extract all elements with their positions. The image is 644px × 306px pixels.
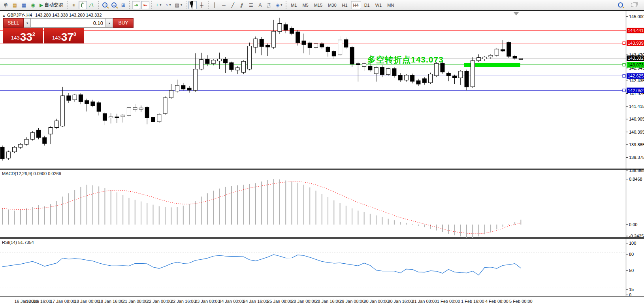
candle-body <box>211 60 215 64</box>
candle-body <box>85 100 89 104</box>
price-tick-label: 140.905 <box>629 117 644 121</box>
new-order-button[interactable]: ▤ <box>11 1 19 9</box>
auto-scroll-button[interactable]: ⇤ <box>141 1 149 9</box>
chevron-down-icon[interactable]: ▾ <box>181 3 182 7</box>
candle-body <box>477 58 481 61</box>
chevron-down-icon[interactable]: ▾ <box>281 3 282 7</box>
price-level-label-text: 143.939 <box>628 41 644 45</box>
text-button[interactable]: A <box>256 1 264 9</box>
period-button[interactable]: ◔▾ <box>164 1 172 9</box>
menu-order-text[interactable]: 单 <box>2 1 10 9</box>
candle-body <box>217 59 221 61</box>
candle-body <box>507 43 511 57</box>
date-axis-label: 28 Jan 00:00 <box>291 299 316 304</box>
candle-body <box>61 96 65 126</box>
chevron-down-icon[interactable]: ▾ <box>169 3 171 7</box>
candle-body <box>380 67 384 74</box>
toolbar-separator <box>286 1 286 9</box>
date-axis-label: 4 Feb 08:00 <box>485 299 508 304</box>
candle-body <box>181 85 185 89</box>
sell-button[interactable]: SELL <box>3 18 24 28</box>
channel-button[interactable]: ∥ <box>238 1 246 9</box>
price-tick-label: 145.000 <box>629 14 644 19</box>
candle-body <box>109 117 113 118</box>
level-anchor-marker <box>623 75 625 77</box>
arrows-button[interactable]: ◈▾ <box>274 1 284 9</box>
date-axis-label: 18 Jan 00:00 <box>74 299 100 304</box>
candle-body <box>133 108 137 110</box>
market-signal-button[interactable]: ◉ <box>29 1 37 9</box>
chart-window-button[interactable]: ▦ <box>20 1 28 9</box>
rsi-line <box>2 255 521 275</box>
ohlc-readout: 143.280 143.338 143.260 143.332 <box>35 13 102 17</box>
magnifier-plus-icon: + <box>102 2 107 8</box>
candle-body <box>175 85 179 91</box>
candle-body <box>241 61 245 72</box>
chevron-down-icon[interactable]: ▾ <box>160 3 161 7</box>
tile-windows-button[interactable]: ⊞ <box>119 1 127 9</box>
sell-price-tile[interactable]: 143 33 2 <box>3 28 43 43</box>
timeframe-h1-button[interactable]: H1 <box>340 1 350 9</box>
date-axis-label: 22 Jan 00:00 <box>147 299 172 304</box>
sell-price-pip: 2 <box>32 31 35 37</box>
bar-chart-button[interactable]: ≡ <box>70 1 78 9</box>
price-tick-label: 138.865 <box>629 168 644 173</box>
timeframe-d1-button[interactable]: D1 <box>362 1 372 9</box>
timeframe-m30-button[interactable]: M30 <box>326 1 339 9</box>
chart-canvas[interactable]: 145.000143.470142.945142.435141.925141.4… <box>0 11 644 306</box>
timeframe-w1-button[interactable]: W1 <box>373 1 384 9</box>
buy-button[interactable]: BUY <box>113 18 134 28</box>
level-anchor-marker <box>623 63 625 66</box>
macd-tick-label: 0.8468 <box>629 177 642 181</box>
candle-body <box>284 25 288 30</box>
chart-shift-button[interactable]: ⇥ <box>132 1 140 9</box>
candle-body <box>67 96 71 100</box>
timeframe-m5-button[interactable]: M5 <box>300 1 311 9</box>
toolbar: 单▤▦◉▶自动交易≡∕∖+−⊞⇥⇤+▾◔▾▨▾┼│─╱∥☰AT◈▾M1M5M15… <box>0 0 644 10</box>
line-chart-button[interactable]: ∕∖ <box>88 1 96 9</box>
candle-body <box>308 43 312 48</box>
timeframe-mn-button[interactable]: MN <box>385 1 396 9</box>
zoom-in-button[interactable]: + <box>101 1 109 9</box>
new-chart-button[interactable]: +▾ <box>154 1 163 9</box>
fibonacci-button[interactable]: ☰ <box>247 1 255 9</box>
toolbar-separator <box>151 1 152 9</box>
rsi-tick-label: 15 <box>629 287 634 292</box>
window-icon: ▦ <box>22 3 26 8</box>
candle-body <box>278 23 282 31</box>
vertical-line-button[interactable]: │ <box>211 1 219 9</box>
rsi-tick-label: 100 <box>629 241 636 246</box>
timeframe-m1-button[interactable]: M1 <box>288 1 299 9</box>
candlestick-chart-button[interactable] <box>79 1 87 9</box>
volume-increase-button[interactable]: ▲ <box>106 18 113 28</box>
horizontal-line-button[interactable]: ─ <box>220 1 228 9</box>
template-button[interactable]: ▨▾ <box>173 1 184 9</box>
candle-body <box>344 40 348 47</box>
toolbar-separator <box>129 1 130 9</box>
shift-icon: ⇥ <box>134 3 138 8</box>
chart-window[interactable]: 145.000143.470142.945142.435141.925141.4… <box>0 10 644 306</box>
buy-price-tile[interactable]: 143 37 0 <box>44 28 84 43</box>
volume-input[interactable] <box>31 18 106 28</box>
collapse-indicator-icon[interactable]: ▲ <box>2 14 6 17</box>
timeframe-h4-button[interactable]: H4 <box>351 1 361 9</box>
chat-button[interactable] <box>629 1 638 9</box>
zoom-out-button[interactable]: − <box>110 1 118 9</box>
candle-body <box>422 79 426 83</box>
channel-icon: ∥ <box>240 2 244 8</box>
volume-decrease-button[interactable]: ▼ <box>24 18 31 28</box>
search-button[interactable] <box>616 1 625 9</box>
order-icon: ▤ <box>13 3 17 8</box>
date-axis-label: 24 Jan 16:00 <box>243 299 268 304</box>
autotrading-button[interactable]: ▶自动交易 <box>38 1 65 9</box>
price-level-label-text: 142.625 <box>628 74 644 78</box>
textA-icon: A <box>258 3 262 8</box>
cursor-button[interactable] <box>188 1 197 9</box>
crosshair-button[interactable]: ┼ <box>198 1 206 9</box>
trendline-button[interactable]: ╱ <box>229 1 237 9</box>
text-label-button[interactable]: T <box>265 1 273 9</box>
timeframe-m15-button[interactable]: M15 <box>312 1 325 9</box>
price-level-label-text: 143.073 <box>628 62 644 67</box>
turning-point-annotation: 多空转折点143.073 <box>367 54 444 65</box>
toolbar-separator <box>67 1 68 9</box>
